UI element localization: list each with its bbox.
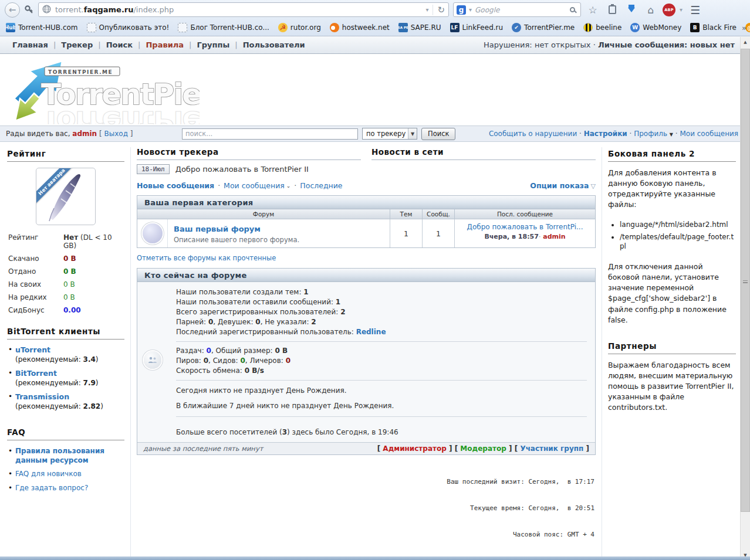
back-icon: ← [9,5,16,15]
hamburger-menu-icon[interactable]: ☰ [690,4,700,16]
last-post-link[interactable]: Добро пожаловать в TorrentPi... [467,223,583,231]
report-violation-link[interactable]: Сообщить о нарушении [489,130,577,138]
nav-search[interactable]: Поиск [101,40,138,49]
bookmarks-overflow-chevron[interactable]: » [742,23,746,32]
forum-link[interactable]: Ваш первый форум [174,225,261,233]
home-glyph: ⌂ [648,4,654,16]
scrollbar-thumb[interactable] [741,49,750,512]
page-scrollbar[interactable]: ▲ ▼ [740,37,750,560]
bookmark-item[interactable]: ☭rutor.org [278,23,321,32]
site-search-input[interactable] [182,128,358,140]
username[interactable]: admin [72,130,97,138]
rutor-favicon: ☭ [278,23,288,32]
search-scope-select[interactable]: по трекеру ▼ [362,128,417,140]
avatar: Нет аватара [36,168,96,225]
torrentpier-logo[interactable]: TORRENTPIER.ME TorrentPier TorrentPier [6,56,200,124]
scroll-up-arrow[interactable]: ▲ [741,37,750,47]
google-engine-icon[interactable]: g [457,5,466,15]
engine-dropdown-icon[interactable]: ▾ [469,6,472,13]
five-minutes-note: данные за последние пять минут [143,444,263,453]
user-bar: Рады видеть вас, admin [ Выход ] по трек… [0,125,750,142]
category-header[interactable]: Ваша первая категория [137,196,595,209]
bookmark-item[interactable]: LFLinkFeed.ru [450,23,504,32]
member-group-link[interactable]: Участник групп [520,444,583,453]
stat-line: Раздач: 0, Общий размер: 0 B [176,346,587,356]
display-options[interactable]: Опции показа▽ [530,181,596,190]
whos-online-header[interactable]: Кто сейчас на форуме [137,269,595,282]
news-link[interactable]: Добро пожаловать в TorrentPier II [175,165,309,174]
content: Рейтинг Нет аватара Рейтинг Нет (DL < 10… [0,142,750,560]
nav-status: Нарушения: нет открытых · Личные сообщен… [484,40,743,49]
screenshot-root: ← torrent.faqgame.ru/index.php ▾ ↻ g ▾ ☆ [0,0,750,560]
bookmark-item[interactable]: Опубликовать это! [87,23,170,32]
bookmark-item[interactable]: Блог Torrent-HUB.co... [178,23,269,32]
settings-link[interactable]: Настройки [584,130,627,138]
bookmark-star-icon[interactable]: ☆ [585,4,600,16]
utorrent-link[interactable]: uTorrent [15,345,50,354]
url-dropdown-icon[interactable]: ▾ [425,6,428,13]
site-search-button[interactable]: Поиск [421,128,455,140]
my-messages-quick-link[interactable]: Мои сообщения [224,181,285,190]
moderator-group-link[interactable]: Модератор [460,444,506,453]
my-messages-link[interactable]: Мои сообщения [680,130,738,138]
last-registered-user-link[interactable]: Redline [356,328,386,336]
stat-value: 0 B [63,293,124,301]
birthday-today: Сегодня никто не празднует День Рождения… [176,386,587,396]
bookmark-item[interactable]: beeline [583,23,621,32]
new-messages-link[interactable]: Новые сообщения [137,181,214,190]
browser-search-box[interactable]: g ▾ [453,2,581,17]
nav-groups[interactable]: Группы [191,40,235,49]
key-icon[interactable] [24,5,34,15]
nav-rules[interactable]: Правила [140,40,189,49]
adblock-dropdown-icon[interactable]: ▾ [680,6,683,13]
transmission-link[interactable]: Transmission [15,392,69,401]
browser-search-input[interactable] [475,6,567,14]
adblock-icon[interactable]: ABP [663,4,675,16]
bookmark-item[interactable]: hostweek.net [330,23,390,32]
bookmark-item[interactable]: BBlack Fire [690,23,737,32]
home-icon[interactable]: ⌂ [643,4,658,16]
divider [176,416,587,417]
latest-link[interactable]: Последние [300,181,342,190]
url-text: torrent.faqgame.ru/index.php [55,5,174,14]
reload-icon[interactable]: ↻ [433,5,445,15]
last-post-author[interactable]: admin [543,233,565,240]
rating-stats: Рейтинг Нет (DL < 10 GB) Скачано 0 B Отд… [7,233,124,314]
admin-group-link[interactable]: Администратор [383,444,446,453]
news-headings: Новости трекера Новости в сети [137,147,596,160]
pm-status[interactable]: Личные сообщения: новых нет [598,40,735,49]
nav-home[interactable]: Главная [7,40,53,49]
profile-link[interactable]: Профиль [634,130,667,138]
faq-ask-link[interactable]: Где задать вопрос? [15,484,88,492]
bookmark-item[interactable]: ✔TorrentPier.me [512,23,575,32]
site-identity-globe-icon[interactable] [42,5,51,15]
scrollbar-grip [743,280,748,283]
downloads-icon[interactable] [624,6,639,14]
logout-link[interactable]: Выход [104,130,127,138]
linkfeed-favicon: LF [450,23,460,32]
nav-users[interactable]: Пользователи [238,40,310,49]
col-last-post: Посл. сообщение [454,209,595,219]
bookmark-item[interactable]: SA PESAPE.RU [398,23,441,32]
net-news-title: Новости в сети [371,147,596,160]
bittorrent-link[interactable]: BitTorrent [15,369,57,378]
bookmarks-menu-icon[interactable] [604,5,620,14]
profile-caret-icon[interactable]: ▼ [670,132,673,137]
client-note: (рекомендуемый: 7.9) [15,379,124,387]
bookmark-item[interactable]: HubTorrent-HUB.com [6,23,78,32]
url-bar[interactable]: torrent.faqgame.ru/index.php ▾ ↻ [38,2,449,17]
search-magnifier-icon[interactable] [570,7,575,12]
violations-status[interactable]: Нарушения: нет открытых [484,40,591,49]
download-arrow-icon [628,8,635,16]
sidebar2-title: Боковая панель 2 [608,147,736,162]
subscriptions-icon[interactable]: ⌄ [286,183,291,189]
menu-glyph: ☰ [690,4,700,16]
faq-rules-link[interactable]: Правила пользования данным ресурсом [15,447,104,464]
stat-value: 0.00 [63,306,124,314]
sidebar2-files: language/*/html/sidebar2.html /templates… [620,220,736,252]
back-button[interactable]: ← [5,2,20,18]
faq-newbie-link[interactable]: FAQ для новичков [15,470,82,478]
nav-tracker[interactable]: Трекер [56,40,98,49]
mark-read-link[interactable]: Отметить все форумы как прочтенные [137,254,276,262]
bookmark-item[interactable]: WWebMoney [630,23,681,32]
